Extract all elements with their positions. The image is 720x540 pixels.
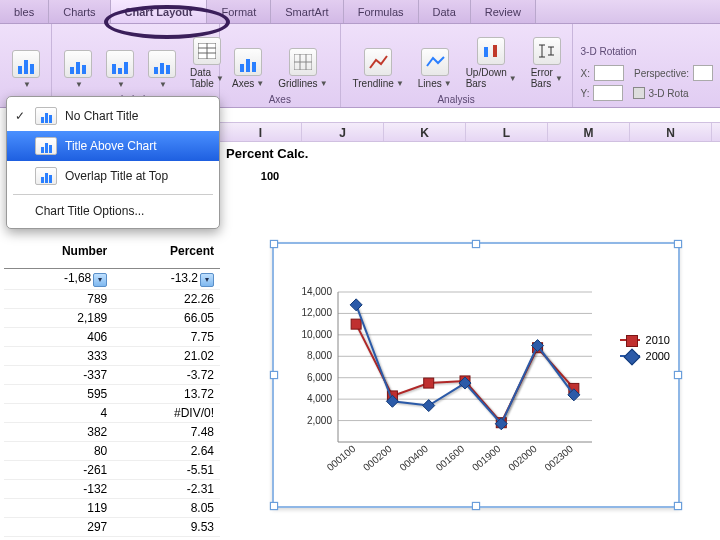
resize-handle[interactable] [270, 502, 278, 510]
resize-handle[interactable] [674, 371, 682, 379]
perspective-label: Perspective: [634, 68, 689, 79]
tab-tables[interactable]: bles [0, 0, 49, 23]
lines-icon [421, 48, 449, 76]
chart-title-button[interactable]: ▼ [8, 47, 44, 92]
table-row[interactable]: 2888.29 [4, 536, 220, 540]
filter-icon[interactable]: ▾ [93, 273, 107, 287]
resize-handle[interactable] [270, 240, 278, 248]
x-rotation-input[interactable] [594, 65, 624, 81]
menu-label: No Chart Title [65, 109, 138, 123]
svg-text:6,000: 6,000 [307, 372, 332, 383]
chevron-down-icon: ▼ [509, 74, 517, 83]
data-labels-button[interactable]: ▼ [144, 47, 180, 92]
table-row[interactable]: -1,68▾-13.2▾ [4, 269, 220, 290]
resize-handle[interactable] [674, 240, 682, 248]
menu-overlap-title[interactable]: Overlap Title at Top [7, 161, 219, 191]
resize-handle[interactable] [472, 240, 480, 248]
button-label: Gridlines [278, 78, 317, 89]
perspective-input[interactable] [693, 65, 713, 81]
menu-title-above-chart[interactable]: Title Above Chart [7, 131, 219, 161]
table-row[interactable]: 2979.53 [4, 517, 220, 536]
rotate-label: 3-D Rota [648, 88, 688, 99]
colhead-K[interactable]: K [384, 123, 466, 141]
tab-format[interactable]: Format [207, 0, 271, 23]
menu-no-chart-title[interactable]: ✓ No Chart Title [7, 101, 219, 131]
resize-handle[interactable] [270, 371, 278, 379]
chart-icon [148, 50, 176, 78]
table-row[interactable]: -261-5.51 [4, 460, 220, 479]
chart-icon [234, 48, 262, 76]
table-row[interactable]: 3827.48 [4, 422, 220, 441]
chevron-down-icon: ▼ [159, 80, 167, 89]
gridlines-button[interactable]: Gridlines▼ [274, 45, 331, 92]
trendline-button[interactable]: Trendline▼ [349, 45, 408, 92]
axis-titles-button[interactable]: ▼ [60, 47, 96, 92]
ribbon-tabs: bles Charts Chart Layout Format SmartArt… [0, 0, 720, 24]
header-row: Percent Calc. [220, 142, 320, 166]
svg-text:001600: 001600 [434, 443, 467, 473]
axes-button[interactable]: Axes▼ [228, 45, 268, 92]
svg-text:14,000: 14,000 [301, 286, 332, 297]
svg-text:002000: 002000 [506, 443, 539, 473]
tab-formulas[interactable]: Formulas [344, 0, 419, 23]
colhead-M[interactable]: M [548, 123, 630, 141]
resize-handle[interactable] [472, 502, 480, 510]
button-label: Axes [232, 78, 254, 89]
error-bars-button[interactable]: Error Bars▼ [527, 34, 567, 92]
button-label: Up/Down Bars [466, 67, 507, 89]
tab-charts[interactable]: Charts [49, 0, 110, 23]
data-table: Number Percent -1,68▾-13.2▾78922.262,189… [4, 240, 220, 540]
colhead-N[interactable]: N [630, 123, 712, 141]
svg-text:002300: 002300 [543, 443, 576, 473]
col-number[interactable]: Number [4, 240, 113, 269]
table-row[interactable]: 1198.05 [4, 498, 220, 517]
chevron-down-icon: ▼ [256, 79, 264, 88]
chart-icon [35, 167, 57, 185]
table-row[interactable]: 33321.02 [4, 346, 220, 365]
embedded-chart[interactable]: 2010 2000 2,0004,0006,0008,00010,00012,0… [272, 242, 680, 508]
header-value-cell[interactable]: 100 [220, 166, 320, 188]
lines-button[interactable]: Lines▼ [414, 45, 456, 92]
resize-handle[interactable] [674, 502, 682, 510]
group-title-3d: 3-D Rotation [581, 46, 713, 57]
table-row[interactable]: -132-2.31 [4, 479, 220, 498]
tab-review[interactable]: Review [471, 0, 536, 23]
table-row[interactable]: -337-3.72 [4, 365, 220, 384]
svg-text:000200: 000200 [361, 443, 394, 473]
chart-icon [35, 137, 57, 155]
chart-icon [35, 107, 57, 125]
svg-text:000400: 000400 [397, 443, 430, 473]
table-row[interactable]: 802.64 [4, 441, 220, 460]
header-cell[interactable]: Percent Calc. [220, 142, 320, 166]
chart-icon [64, 50, 92, 78]
button-label: Error Bars [531, 67, 553, 89]
colhead-L[interactable]: L [466, 123, 548, 141]
table-row[interactable]: 2,18966.05 [4, 308, 220, 327]
svg-text:000100: 000100 [325, 443, 358, 473]
filter-icon[interactable]: ▾ [200, 273, 214, 287]
tab-data[interactable]: Data [419, 0, 471, 23]
table-row[interactable]: 4067.75 [4, 327, 220, 346]
menu-chart-title-options[interactable]: Chart Title Options... [7, 198, 219, 224]
chevron-down-icon: ▼ [75, 80, 83, 89]
colhead-I[interactable]: I [220, 123, 302, 141]
table-icon [193, 37, 221, 65]
col-percent[interactable]: Percent [113, 240, 220, 269]
updown-bars-button[interactable]: Up/Down Bars▼ [462, 34, 521, 92]
legend-button[interactable]: ▼ [102, 47, 138, 92]
svg-text:10,000: 10,000 [301, 329, 332, 340]
group-title-axes: Axes [228, 94, 332, 105]
table-row[interactable]: 4#DIV/0! [4, 403, 220, 422]
chart-icon [106, 50, 134, 78]
y-rotation-input[interactable] [593, 85, 623, 101]
chart-icon [12, 50, 40, 78]
tab-smartart[interactable]: SmartArt [271, 0, 343, 23]
table-row[interactable]: 59513.72 [4, 384, 220, 403]
tab-chart-layout[interactable]: Chart Layout [111, 0, 208, 23]
chart-title-dropdown: ✓ No Chart Title Title Above Chart Overl… [6, 96, 220, 229]
table-row[interactable]: 78922.26 [4, 289, 220, 308]
colhead-J[interactable]: J [302, 123, 384, 141]
grid-icon [289, 48, 317, 76]
chevron-down-icon: ▼ [320, 79, 328, 88]
button-label: Data Table [190, 67, 214, 89]
